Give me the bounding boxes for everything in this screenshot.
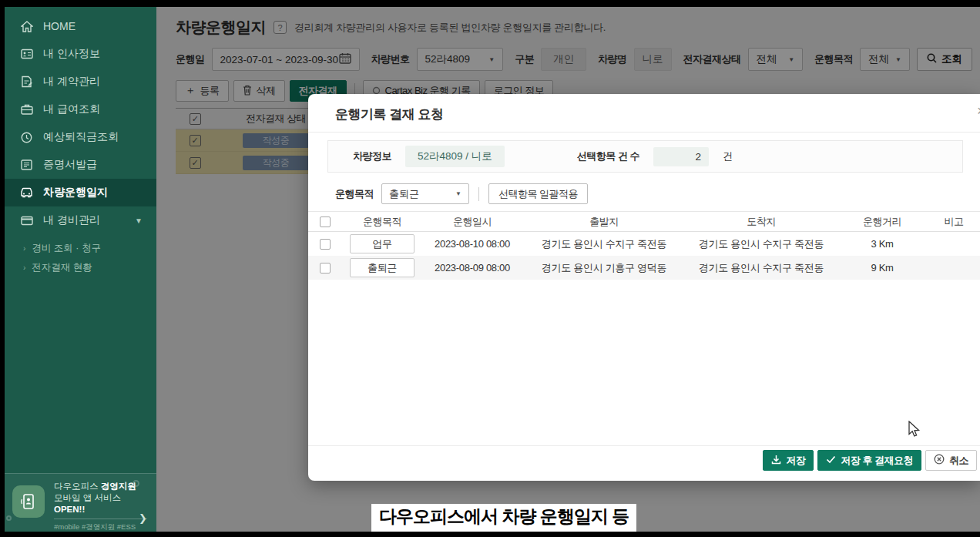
letterbox-bar — [0, 0, 5, 537]
trip-distance: 9 Km — [837, 262, 928, 274]
column-header: 출발지 — [522, 215, 686, 229]
trip-datetime: 2023-08-09 08:00 — [422, 262, 522, 274]
column-header: 운행목적 — [342, 215, 422, 229]
modal-title: 운행기록 결재 요청 — [335, 106, 443, 123]
save-and-request-button[interactable]: 저장 후 결재요청 — [817, 450, 921, 471]
purpose-label: 운행목적 — [335, 187, 374, 201]
sidebar-item-label: HOME — [43, 20, 76, 32]
promo-banner[interactable]: 다우오피스 경영지원 모바일 앱 서비스 OPEN!! #mobile #경영지… — [0, 473, 156, 532]
purpose-cell-button[interactable]: 업무 — [350, 234, 414, 253]
mouse-cursor — [908, 421, 921, 441]
car-icon — [20, 186, 33, 200]
sidebar-item-hr-info[interactable]: 내 인사정보 — [0, 40, 156, 68]
circle-x-icon — [934, 454, 945, 467]
decorative-ring — [6, 515, 12, 521]
sidebar-subitem-eapproval-status[interactable]: › 전자결재 현황 — [0, 258, 156, 277]
selected-count-label: 선택항목 건 수 — [577, 149, 639, 163]
chevron-down-icon: ▼ — [455, 190, 461, 197]
column-header: 도착지 — [686, 215, 837, 229]
vehicle-info-box: 차량정보 52라4809 / 니로 선택항목 건 수 2 건 — [327, 140, 963, 173]
count-unit: 건 — [723, 149, 733, 163]
save-icon — [771, 455, 781, 467]
vehicle-info-value: 52라4809 / 니로 — [405, 146, 505, 167]
contract-icon — [20, 76, 33, 89]
purpose-select[interactable]: 출퇴근 ▼ — [381, 183, 469, 204]
cancel-button[interactable]: 취소 — [925, 450, 977, 471]
sidebar-item-label: 예상퇴직금조회 — [43, 130, 119, 144]
trip-destination: 경기도 용인시 수지구 죽전동 — [686, 237, 837, 251]
credit-card-icon — [20, 214, 33, 227]
table-row[interactable]: 출퇴근 2023-08-09 08:00 경기도 용인시 기흥구 영덕동 경기도… — [308, 256, 980, 280]
column-header: 비고 — [928, 215, 980, 229]
sidebar-item-label: 내 계약관리 — [43, 75, 100, 89]
letterbox-bar — [0, 0, 980, 7]
video-caption: 다우오피스에서 차량 운행일지 등 — [371, 504, 636, 532]
clock-icon — [20, 131, 33, 144]
app-window: HOME 내 인사정보 내 계약관리 내 급여조회 — [0, 0, 980, 537]
chevron-down-icon: ▼ — [135, 216, 143, 225]
apply-all-button[interactable]: 선택항목 일괄적용 — [488, 183, 588, 204]
mobile-app-icon — [12, 485, 45, 518]
sidebar-item-label: 내 인사정보 — [43, 47, 100, 61]
purpose-cell-button[interactable]: 출퇴근 — [350, 258, 414, 277]
table-row[interactable]: 업무 2023-08-10 08:00 경기도 용인시 수지구 죽전동 경기도 … — [308, 232, 980, 256]
divider — [308, 132, 980, 133]
chevron-right-icon[interactable]: ❯ — [139, 512, 147, 524]
briefcase-icon — [20, 103, 33, 116]
sidebar-item-certificates[interactable]: 증명서발급 — [0, 151, 156, 179]
divider — [478, 187, 479, 201]
approval-request-modal: 운행기록 결재 요청 × 차량정보 52라4809 / 니로 선택항목 건 수 … — [308, 94, 980, 481]
trip-datetime: 2023-08-10 08:00 — [422, 238, 522, 250]
sidebar-item-label: 내 급여조회 — [43, 102, 100, 116]
column-header: 운행거리 — [837, 215, 928, 229]
save-button[interactable]: 저장 — [763, 450, 814, 471]
trip-records-table: 운행목적 운행일시 출발지 도착지 운행거리 비고 업무 2023-08-10 … — [308, 211, 980, 280]
row-checkbox[interactable] — [320, 263, 331, 274]
row-checkbox[interactable] — [320, 239, 331, 250]
sidebar-item-label: 차량운행일지 — [43, 186, 108, 200]
trip-origin: 경기도 용인시 기흥구 영덕동 — [522, 261, 686, 275]
decorative-ring — [133, 480, 139, 487]
certificate-icon — [20, 159, 33, 172]
sidebar-subitem-label: 전자결재 현황 — [32, 261, 92, 274]
sidebar-item-label: 내 경비관리 — [43, 213, 100, 227]
sidebar-item-label: 증명서발급 — [43, 158, 97, 172]
chevron-right-icon: › — [23, 244, 25, 253]
sidebar-item-expenses[interactable]: 내 경비관리 ▼ — [0, 206, 156, 234]
home-icon — [20, 20, 33, 33]
letterbox-bar — [0, 532, 980, 537]
sidebar-item-vehicle-log[interactable]: 차량운행일지 — [0, 179, 156, 206]
trip-origin: 경기도 용인시 수지구 죽전동 — [522, 237, 686, 251]
close-icon[interactable]: × — [977, 102, 980, 119]
selected-count-value: 2 — [653, 147, 709, 166]
check-icon — [826, 455, 836, 466]
vehicle-info-label: 차량정보 — [353, 149, 391, 163]
sidebar-item-home[interactable]: HOME — [0, 12, 156, 40]
sidebar-subitem-label: 경비 조회 · 청구 — [32, 242, 101, 255]
sidebar-subitem-expense-claims[interactable]: › 경비 조회 · 청구 — [0, 239, 156, 258]
id-card-icon — [20, 48, 33, 61]
select-all-checkbox[interactable] — [320, 216, 331, 227]
sidebar-item-payroll[interactable]: 내 급여조회 — [0, 96, 156, 123]
column-header: 운행일시 — [422, 215, 522, 229]
chevron-right-icon: › — [23, 263, 25, 272]
divider — [308, 445, 980, 446]
sidebar: HOME 내 인사정보 내 계약관리 내 급여조회 — [0, 0, 156, 537]
sidebar-item-severance[interactable]: 예상퇴직금조회 — [0, 123, 156, 151]
trip-distance: 3 Km — [837, 238, 928, 250]
trip-destination: 경기도 용인시 수지구 죽전동 — [686, 261, 837, 275]
sidebar-item-contracts[interactable]: 내 계약관리 — [0, 68, 156, 96]
